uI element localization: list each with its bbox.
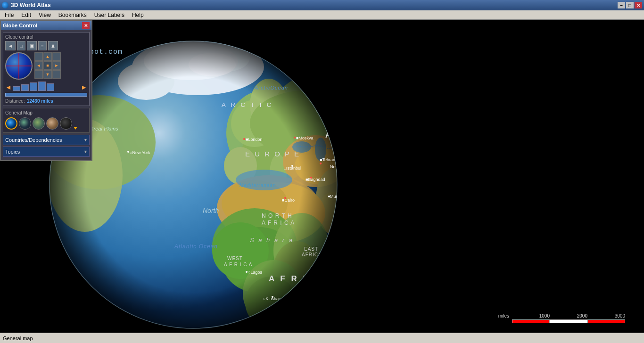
svg-text:A F R I C A: A F R I C A [262, 220, 295, 226]
mini-globe [5, 52, 33, 80]
svg-text:N O R T H: N O R T H [262, 212, 292, 219]
menu-userlabels[interactable]: User Labels [91, 11, 128, 19]
scale-unit-label: miles [498, 313, 509, 318]
status-text: General map [3, 335, 33, 341]
svg-point-70 [246, 271, 248, 273]
zoom-out-icon[interactable]: ◄ [5, 83, 12, 91]
float-panel-content: Globe control ◄ □ ▣ ≡ ♟ ▲ ◄ [1, 30, 91, 160]
map-icon-satellite[interactable] [33, 117, 45, 130]
scale-segment-1 [512, 319, 550, 323]
zoom-shapes-container [13, 82, 80, 91]
main-content: dhizka.blogspot.com [0, 20, 644, 333]
nav-arrow-upleft[interactable] [34, 52, 43, 61]
svg-text:A R C T I C: A R C T I C [222, 101, 273, 108]
nav-arrow-right[interactable]: ► [52, 61, 61, 70]
minimize-button[interactable]: – [618, 2, 625, 8]
zoom-shape-4[interactable] [38, 82, 46, 91]
svg-text:Atlantic Ocean: Atlantic Ocean [174, 243, 218, 250]
gc-left-arrow[interactable]: ◄ [5, 41, 16, 50]
svg-point-42 [127, 151, 129, 153]
title-text: 3D World Atlas [2, 2, 51, 8]
svg-text:North: North [203, 207, 219, 214]
nav-arrow-left[interactable]: ◄ [34, 61, 43, 70]
svg-text:Mediterranean: Mediterranean [239, 183, 276, 188]
zoom-in-icon[interactable]: ► [81, 83, 87, 91]
svg-text:S a h a r a: S a h a r a [250, 237, 294, 244]
float-panel-close-button[interactable]: ✕ [82, 22, 90, 29]
scale-segment-3 [587, 319, 625, 323]
svg-text:■Moskva: ■Moskva [296, 136, 313, 140]
zoom-slider[interactable] [5, 93, 87, 97]
float-panel-titlebar[interactable]: Globe Control ✕ [1, 21, 91, 30]
map-icon-terrain[interactable] [46, 117, 58, 130]
map-selection-indicator [74, 127, 77, 130]
menu-view[interactable]: View [35, 11, 55, 19]
zoom-shape-3[interactable] [30, 82, 37, 91]
svg-point-50 [320, 163, 322, 164]
float-panel-title: Globe Control [3, 23, 37, 28]
scale-2000: 2000 [550, 313, 587, 318]
svg-point-47 [243, 138, 245, 140]
menu-bookmarks[interactable]: Bookmarks [55, 11, 91, 19]
svg-text:■London: ■London [246, 137, 262, 142]
countries-dropdown-wrapper: Countries/Dependencies ▼ [3, 135, 90, 145]
svg-text:A S I A: A S I A [325, 131, 362, 139]
svg-text:EAST: EAST [304, 246, 318, 252]
close-button[interactable]: ✕ [635, 2, 642, 8]
zoom-shape-5[interactable] [47, 83, 54, 91]
countries-dropdown[interactable]: Countries/Dependencies [3, 135, 90, 145]
zoom-shape-2[interactable] [21, 84, 29, 91]
app-title: 3D World Atlas [11, 2, 51, 8]
gc-fullscreen-btn[interactable]: ▣ [27, 41, 37, 50]
svg-text:Siberia: Siberia [316, 106, 337, 113]
zoom-shapes-row: ◄ ► [5, 82, 87, 91]
maximize-button[interactable]: □ [626, 2, 634, 8]
nav-arrows: ▲ ◄ ■ ► ▼ [34, 52, 61, 80]
topics-dropdown[interactable]: Topics [3, 147, 90, 157]
svg-text:New Delhi: New Delhi [330, 164, 349, 169]
nav-arrow-upright[interactable] [52, 52, 61, 61]
svg-text:A F R I C A: A F R I C A [224, 262, 252, 267]
globe-area[interactable]: dhizka.blogspot.com [0, 20, 644, 333]
distance-row: Distance: 12430 miles [5, 98, 87, 104]
svg-text:AFRICA: AFRICA [302, 252, 322, 257]
general-map-section: General Map [3, 108, 90, 133]
map-type-icons [5, 117, 87, 130]
map-icon-globe[interactable] [5, 117, 17, 130]
topics-dropdown-wrapper: Topics ▼ [3, 147, 90, 157]
title-bar: 3D World Atlas – □ ✕ [0, 0, 644, 10]
globe-control-box: Globe control ◄ □ ▣ ≡ ♟ ▲ ◄ [3, 32, 90, 106]
nav-arrow-downright[interactable] [52, 70, 61, 79]
svg-text:○Lagos: ○Lagos [248, 270, 262, 275]
gc-grid-btn[interactable]: ≡ [38, 41, 47, 50]
scale-bar-visual [512, 319, 625, 323]
scale-1000: 1000 [512, 313, 550, 318]
nav-arrow-downleft[interactable] [34, 70, 43, 79]
gc-square-btn[interactable]: □ [17, 41, 25, 50]
svg-text:Great Plains: Great Plains [90, 126, 118, 131]
svg-text:E U R O P E: E U R O P E [245, 150, 300, 158]
globe-icon [2, 2, 8, 8]
zoom-shape-1[interactable] [13, 86, 20, 91]
svg-text:□Istanbul: □Istanbul [284, 166, 301, 171]
gc-person-btn[interactable]: ♟ [48, 41, 58, 50]
svg-text:■Cairo: ■Cairo [282, 198, 295, 203]
nav-arrow-down[interactable]: ▼ [43, 70, 52, 79]
map-icon-dark[interactable] [60, 117, 72, 130]
scale-labels: miles 1000 2000 3000 [498, 313, 625, 318]
general-map-label: General Map [5, 110, 87, 115]
nav-arrow-center[interactable]: ■ [43, 61, 52, 70]
menu-file[interactable]: File [1, 11, 17, 19]
nav-arrow-up[interactable]: ▲ [43, 52, 52, 61]
status-bar: General map [0, 333, 644, 343]
menu-edit[interactable]: Edit [17, 11, 35, 19]
svg-point-44 [294, 137, 296, 139]
menu-help[interactable]: Help [128, 11, 148, 19]
float-panel: Globe Control ✕ Globe control ◄ □ ▣ ≡ ♟ [0, 20, 92, 161]
menu-bar: File Edit View Bookmarks User Labels Hel… [0, 10, 644, 20]
svg-text:ArcticOcean: ArcticOcean [254, 85, 288, 90]
map-icon-topo[interactable] [19, 117, 31, 130]
svg-text:■Baghdad: ■Baghdad [305, 177, 325, 182]
globe-control-label: Globe control [5, 34, 87, 40]
distance-label: Distance: [5, 98, 25, 104]
